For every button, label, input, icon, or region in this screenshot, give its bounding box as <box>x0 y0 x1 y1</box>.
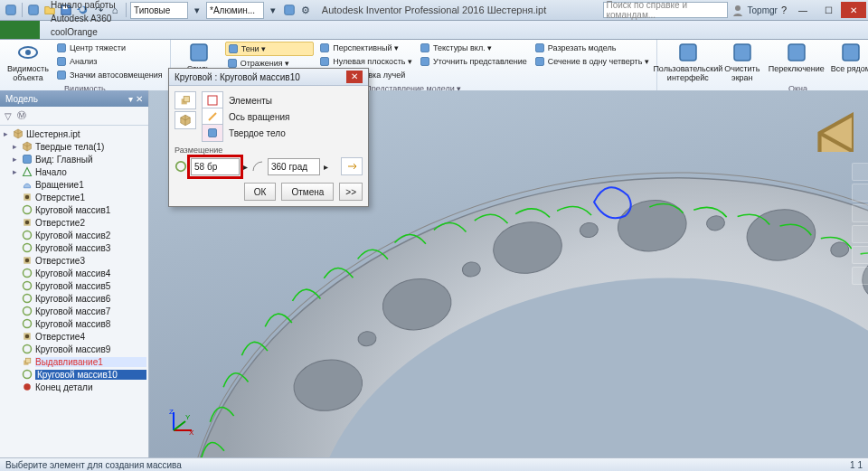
ribbon-button[interactable]: Нулевая плоскость ▾ <box>317 55 414 68</box>
feature-tree: ▸ Шестерня.ipt ▸Твердые тела(1)▸Вид: Гла… <box>0 126 148 395</box>
select-axis-icon[interactable] <box>202 108 223 126</box>
ribbon-big-button[interactable]: Очистить экран <box>717 42 768 83</box>
help-icon[interactable]: ? <box>781 5 787 15</box>
ribbon-big-button[interactable]: Все рядом <box>826 42 868 74</box>
ribbon-button[interactable]: Тени ▾ <box>225 42 315 56</box>
dropdown-icon[interactable]: ▾ <box>190 3 204 17</box>
settings-icon[interactable]: ⚙ <box>298 3 313 17</box>
app-menu-icon[interactable] <box>4 3 18 17</box>
ribbon-big-button[interactable]: Переключение <box>771 42 822 74</box>
window-controls: — ☐ ✕ <box>790 2 866 18</box>
zoom-icon[interactable] <box>852 225 868 243</box>
tree-item[interactable]: Круговой массив9 <box>2 343 146 355</box>
svg-text:Y: Y <box>185 413 191 421</box>
tree-item[interactable]: Круговой массив6 <box>2 292 146 305</box>
ribbon-tab[interactable]: coolOrange <box>43 25 123 39</box>
tree-item[interactable]: Круговой массив8 <box>2 317 146 330</box>
tree-item[interactable]: Вращение1 <box>2 178 146 191</box>
flip-icon[interactable] <box>341 157 363 175</box>
ribbon-big-button[interactable]: Видимость объекта <box>5 42 51 83</box>
tree-item[interactable]: Отверстие3 <box>2 254 146 267</box>
collapse-icon[interactable]: ▾ ✕ <box>128 94 143 104</box>
select-solid-icon[interactable] <box>202 124 223 142</box>
tree-root[interactable]: ▸ Шестерня.ipt <box>2 127 146 140</box>
tree-item[interactable]: Круговой массив3 <box>2 241 146 254</box>
filter-icon[interactable]: ▽ <box>5 111 12 121</box>
ribbon-button[interactable]: Уточнить представление <box>418 55 529 68</box>
select-elements-icon[interactable] <box>202 91 223 109</box>
tree-item[interactable]: Круговой массив2 <box>2 229 146 241</box>
dialog-close-button[interactable]: ✕ <box>346 71 363 83</box>
ribbon-button[interactable]: Значки автосовмещения <box>54 69 165 81</box>
tree-item[interactable]: Круговой массив4 <box>2 267 146 279</box>
tree-item[interactable]: Конец детали <box>2 381 146 393</box>
ribbon-button[interactable]: Сечение в одну четверть ▾ <box>533 55 651 68</box>
tree-item[interactable]: Круговой массив10 <box>2 368 146 381</box>
tree-item[interactable]: ▸Твердые тела(1) <box>2 140 146 153</box>
axis-triad: Z X Y <box>169 408 196 435</box>
browser-filter-bar[interactable]: ▽ Ⓜ <box>0 107 148 126</box>
angle-more-icon[interactable]: ▸ <box>324 162 328 172</box>
ribbon-button[interactable]: Текстуры вкл. ▾ <box>418 42 529 54</box>
svg-line-31 <box>174 421 185 430</box>
angle-field[interactable]: 360 град <box>268 158 320 175</box>
dropdown-icon[interactable]: ▾ <box>266 3 280 17</box>
select-axis-row[interactable]: Ось вращения <box>202 109 363 124</box>
select-elements-row[interactable]: Элементы <box>202 93 363 108</box>
minimize-button[interactable]: — <box>790 2 816 18</box>
browser-title: Модель▾ ✕ <box>0 90 148 107</box>
ribbon-tab[interactable]: Начало работы <box>43 0 123 12</box>
tree-item[interactable]: Выдавливание1 <box>2 355 146 368</box>
dialog-titlebar[interactable]: Круговой : Круговой массив10 ✕ <box>169 69 368 86</box>
tree-item[interactable]: Круговой массив1 <box>2 203 146 216</box>
ribbon-tab[interactable]: Autodesk A360 <box>43 12 123 25</box>
username[interactable]: Topmgr <box>748 5 778 15</box>
maximize-button[interactable]: ☐ <box>816 2 841 18</box>
placement-label: Размещение <box>175 146 363 155</box>
ribbon-button[interactable]: Перспективный ▾ <box>317 42 414 54</box>
ribbon-big-button[interactable]: Пользовательский интерфейс <box>663 42 713 83</box>
material-appearance-field[interactable]: *Алюмин... <box>206 2 264 19</box>
tree-item[interactable]: Круговой массив5 <box>2 279 146 292</box>
count-icon <box>175 160 187 173</box>
model-browser: Модель▾ ✕ ▽ Ⓜ ▸ Шестерня.ipt ▸Твердые те… <box>0 90 149 458</box>
tree-item[interactable]: Круговой массив7 <box>2 305 146 317</box>
circular-pattern-dialog: Круговой : Круговой массив10 ✕ Элементы … <box>168 68 369 207</box>
svg-point-12 <box>735 5 741 11</box>
count-more-icon[interactable]: ▸ <box>243 162 248 172</box>
svg-rect-33 <box>208 96 217 105</box>
more-button[interactable]: >> <box>339 183 363 201</box>
home-view-icon[interactable] <box>852 163 868 181</box>
tree-item[interactable]: ▸Вид: Главный <box>2 153 146 165</box>
ribbon-button[interactable]: Aнализ <box>54 55 165 68</box>
search-input[interactable]: Поиск по справке и командам... <box>603 2 728 18</box>
new-icon[interactable] <box>26 3 41 17</box>
ribbon-button[interactable]: Центр тяжести <box>54 42 165 54</box>
tree-item[interactable]: Отверстие4 <box>2 330 146 343</box>
count-field[interactable]: 58 бр <box>191 158 240 175</box>
material-typical-field[interactable]: Типовые <box>130 2 188 19</box>
ribbon-tabs: 3D-модельЭскизПроверкаИнструментыУправле… <box>0 21 868 40</box>
mode-body-icon[interactable] <box>175 111 196 129</box>
user-icon[interactable] <box>731 4 744 16</box>
orbit-icon[interactable] <box>852 246 868 264</box>
pan-icon[interactable] <box>852 204 868 222</box>
select-solid-row[interactable]: Твердое тело <box>202 126 363 140</box>
look-at-icon[interactable] <box>852 267 868 285</box>
wheel-icon[interactable] <box>852 184 868 202</box>
tree-item[interactable]: ▸Начало <box>2 165 146 178</box>
view-cube[interactable] <box>808 107 854 152</box>
tree-item[interactable]: Отверстие1 <box>2 191 146 203</box>
cancel-button[interactable]: Отмена <box>281 183 334 201</box>
svg-text:Z: Z <box>169 408 174 416</box>
status-right: 1 1 <box>850 460 863 470</box>
ribbon-button[interactable]: Разрезать модель <box>533 42 651 54</box>
svg-line-34 <box>209 113 216 120</box>
filter-icon[interactable]: Ⓜ <box>17 109 26 122</box>
color-icon[interactable] <box>282 3 297 17</box>
ok-button[interactable]: ОК <box>244 183 277 201</box>
file-tab[interactable] <box>0 21 40 39</box>
tree-item[interactable]: Отверстие2 <box>2 216 146 229</box>
mode-feature-icon[interactable] <box>175 91 196 109</box>
close-button[interactable]: ✕ <box>841 2 866 18</box>
